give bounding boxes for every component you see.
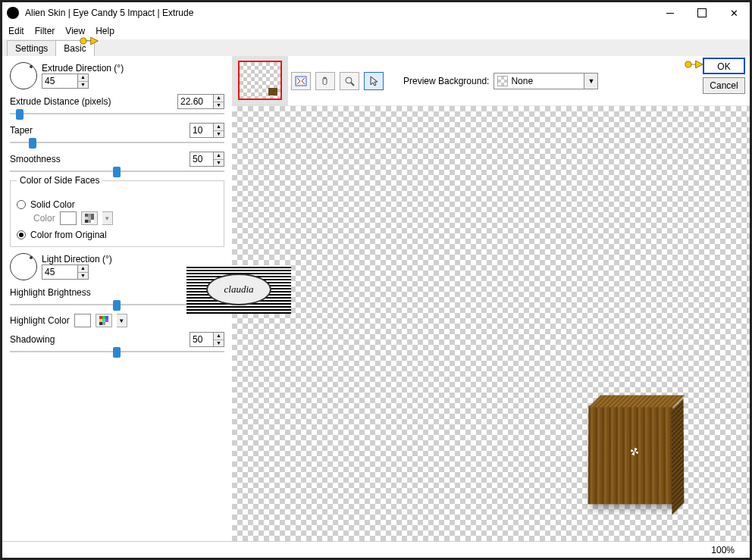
preview-background-value: None xyxy=(511,76,533,86)
svg-point-2 xyxy=(346,77,352,83)
light-direction-dial[interactable] xyxy=(10,253,37,280)
extrude-distance-spinner[interactable]: ▲▼ xyxy=(177,94,224,109)
light-direction-input[interactable] xyxy=(42,264,78,280)
shadowing-spinner[interactable]: ▲▼ xyxy=(190,332,224,347)
taper-spinner[interactable]: ▲▼ xyxy=(190,123,224,138)
side-color-dropdown[interactable]: ▼ xyxy=(102,211,113,225)
extrude-distance-input[interactable] xyxy=(177,94,214,109)
statusbar: 100% xyxy=(2,541,750,558)
close-button[interactable] xyxy=(718,3,750,23)
shadowing-slider[interactable] xyxy=(10,347,224,356)
side-faces-title: Color of Side Faces xyxy=(17,175,102,186)
extrude-preview-object xyxy=(588,405,674,504)
extrude-direction-input[interactable] xyxy=(42,74,78,89)
extrude-direction-spinner[interactable]: ▲▼ xyxy=(42,74,124,89)
extrude-distance-slider[interactable] xyxy=(10,109,224,118)
smoothness-spinner[interactable]: ▲▼ xyxy=(190,152,224,167)
shadowing-label: Shadowing xyxy=(10,334,55,345)
menubar: Edit Filter View Help xyxy=(2,23,750,39)
maximize-button[interactable] xyxy=(686,3,718,23)
solid-color-radio[interactable]: Solid Color xyxy=(17,199,218,210)
smoothness-input[interactable] xyxy=(190,152,214,167)
app-icon xyxy=(7,7,19,19)
light-direction-label: Light Direction (°) xyxy=(42,254,112,264)
titlebar: Alien Skin | Eye Candy 5 Impact | Extrud… xyxy=(2,2,750,23)
color-from-original-radio[interactable]: Color from Original xyxy=(17,230,218,240)
zoom-tool-button[interactable] xyxy=(340,72,359,90)
extrude-distance-label: Extrude Distance (pixels) xyxy=(10,96,111,107)
hand-tool-button[interactable] xyxy=(315,72,335,90)
menu-filter[interactable]: Filter xyxy=(35,26,55,36)
extrude-direction-dial[interactable] xyxy=(10,62,37,89)
highlight-color-swatch[interactable] xyxy=(74,314,91,327)
pointer-hand-icon xyxy=(685,58,704,71)
svg-line-3 xyxy=(351,83,354,86)
svg-point-4 xyxy=(685,61,691,67)
side-faces-group: Color of Side Faces Solid Color Color ▼ … xyxy=(10,180,224,247)
preview-canvas[interactable]: claudia xyxy=(232,105,750,557)
spin-up-icon[interactable]: ▲ xyxy=(78,74,88,82)
tab-settings[interactable]: Settings xyxy=(7,40,56,56)
highlight-color-dropdown[interactable]: ▼ xyxy=(117,314,127,327)
light-direction-spinner[interactable]: ▲▼ xyxy=(42,264,112,280)
color-label: Color xyxy=(33,213,55,224)
color-from-original-label: Color from Original xyxy=(30,230,107,240)
taper-label: Taper xyxy=(10,125,33,136)
svg-point-0 xyxy=(80,38,86,44)
ok-button[interactable]: OK xyxy=(703,58,745,74)
tabstrip: Settings Basic xyxy=(2,39,750,56)
preview-background-label: Preview Background: xyxy=(403,76,489,86)
highlight-star-icon xyxy=(631,448,638,455)
shadowing-input[interactable] xyxy=(190,332,214,347)
checker-icon xyxy=(497,76,508,86)
side-color-palette-button[interactable] xyxy=(81,211,98,225)
window-title: Alien Skin | Eye Candy 5 Impact | Extrud… xyxy=(24,8,654,18)
highlight-brightness-label: Highlight Brightness xyxy=(10,287,91,298)
taper-input[interactable] xyxy=(190,123,214,138)
pointer-hand-icon xyxy=(80,34,99,48)
preview-background-combo[interactable]: None ▼ xyxy=(494,73,598,89)
smoothness-label: Smoothness xyxy=(10,154,61,164)
taper-slider[interactable] xyxy=(10,138,224,147)
fit-view-button[interactable] xyxy=(291,72,311,90)
spin-down-icon[interactable]: ▼ xyxy=(78,82,88,89)
menu-edit[interactable]: Edit xyxy=(8,26,24,36)
navigator-panel xyxy=(232,56,288,105)
cancel-button[interactable]: Cancel xyxy=(703,77,745,94)
minimize-button[interactable] xyxy=(654,3,686,23)
chevron-down-icon[interactable]: ▼ xyxy=(584,73,598,89)
zoom-level: 100% xyxy=(711,545,735,555)
pointer-tool-button[interactable] xyxy=(364,72,384,90)
svg-rect-1 xyxy=(296,77,306,86)
watermark-text: claudia xyxy=(206,274,271,305)
highlight-color-palette-button[interactable] xyxy=(96,314,112,327)
side-color-swatch[interactable] xyxy=(60,211,77,225)
watermark: claudia xyxy=(186,265,291,314)
preview-area: Preview Background: None ▼ OK Cancel cla… xyxy=(232,56,750,557)
extrude-direction-label: Extrude Direction (°) xyxy=(42,63,124,74)
navigator-thumbnail[interactable] xyxy=(238,61,282,100)
highlight-color-label: Highlight Color xyxy=(10,315,70,326)
solid-color-label: Solid Color xyxy=(30,199,75,210)
